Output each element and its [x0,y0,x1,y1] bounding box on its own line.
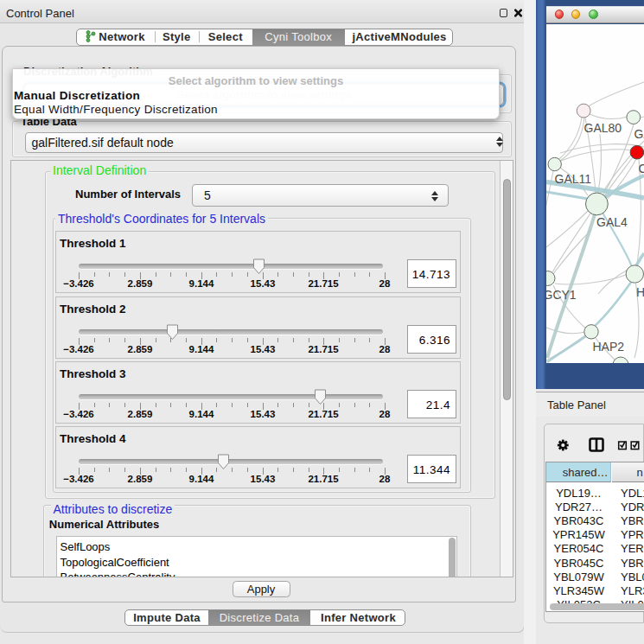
svg-text:HAP2: HAP2 [593,340,625,354]
svg-text:GCY1: GCY1 [546,288,577,302]
svg-text:GA: GA [634,127,644,141]
svg-text:GAL4: GAL4 [596,215,628,229]
svg-text:GAL80: GAL80 [584,121,622,135]
svg-text:C: C [639,162,644,175]
svg-text:H: H [636,285,644,299]
svg-text:GAL11: GAL11 [555,172,592,186]
